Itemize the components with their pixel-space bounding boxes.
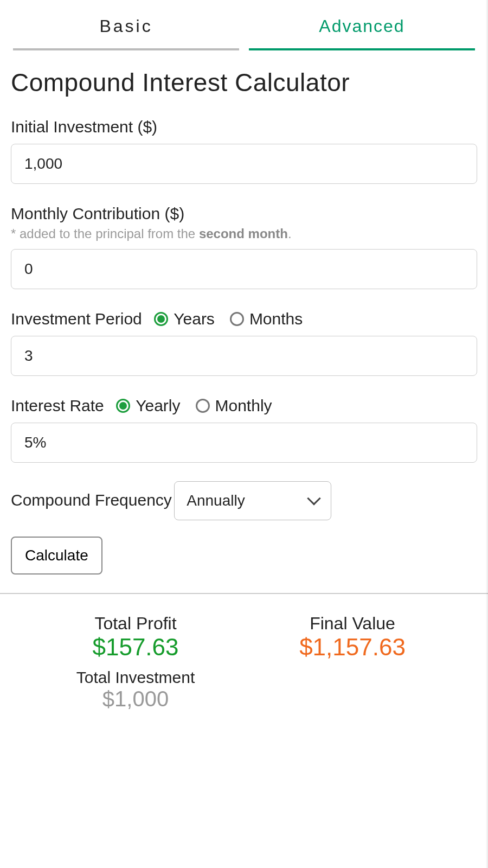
initial-investment-input[interactable] [11, 144, 477, 184]
radio-rate-monthly[interactable]: Monthly [196, 397, 272, 415]
radio-icon [154, 312, 168, 326]
monthly-contribution-label: Monthly Contribution ($) [11, 205, 184, 223]
final-value-label: Final Value [244, 614, 461, 634]
radio-rate-monthly-label: Monthly [215, 397, 272, 415]
radio-icon [230, 312, 244, 326]
radio-period-months-label: Months [249, 310, 303, 328]
compound-frequency-selected: Annually [187, 492, 245, 509]
page-title: Compound Interest Calculator [11, 50, 477, 118]
investment-period-radio-group: Years Months [154, 310, 303, 328]
compound-frequency-label: Compound Frequency [11, 491, 172, 509]
hint-strong: second month [199, 226, 288, 241]
interest-rate-label: Interest Rate [11, 397, 104, 415]
investment-period-input[interactable] [11, 336, 477, 376]
chevron-down-icon [307, 492, 321, 505]
results-panel: Total Profit $157.63 Total Investment $1… [11, 614, 477, 711]
tab-basic[interactable]: Basic [13, 16, 239, 50]
total-investment-label: Total Investment [27, 668, 244, 687]
field-compound-frequency: Compound Frequency Annually [11, 481, 477, 520]
compound-frequency-select[interactable]: Annually [174, 481, 331, 520]
field-interest-rate: Interest Rate Yearly Monthly [11, 397, 477, 463]
monthly-contribution-input[interactable] [11, 249, 477, 289]
tab-advanced[interactable]: Advanced [249, 16, 475, 50]
radio-period-months[interactable]: Months [230, 310, 303, 328]
field-initial-investment: Initial Investment ($) [11, 118, 477, 184]
tab-bar: Basic Advanced [0, 0, 488, 50]
monthly-contribution-hint: * added to the principal from the second… [11, 226, 477, 241]
initial-investment-label: Initial Investment ($) [11, 118, 157, 136]
interest-rate-input[interactable] [11, 423, 477, 463]
radio-rate-yearly-label: Yearly [136, 397, 180, 415]
final-value-value: $1,157.63 [244, 634, 461, 661]
field-monthly-contribution: Monthly Contribution ($) * added to the … [11, 205, 477, 289]
radio-icon [196, 399, 210, 413]
total-investment-value: $1,000 [27, 687, 244, 711]
radio-period-years-label: Years [174, 310, 215, 328]
interest-rate-radio-group: Yearly Monthly [116, 397, 272, 415]
radio-icon [116, 399, 130, 413]
total-profit-label: Total Profit [27, 614, 244, 634]
hint-suffix: . [288, 226, 292, 241]
investment-period-label: Investment Period [11, 310, 142, 328]
divider [0, 593, 488, 594]
radio-rate-yearly[interactable]: Yearly [116, 397, 180, 415]
field-investment-period: Investment Period Years Months [11, 310, 477, 376]
calculate-button[interactable]: Calculate [11, 537, 102, 575]
hint-prefix: * added to the principal from the [11, 226, 199, 241]
total-profit-value: $157.63 [27, 634, 244, 661]
radio-period-years[interactable]: Years [154, 310, 215, 328]
